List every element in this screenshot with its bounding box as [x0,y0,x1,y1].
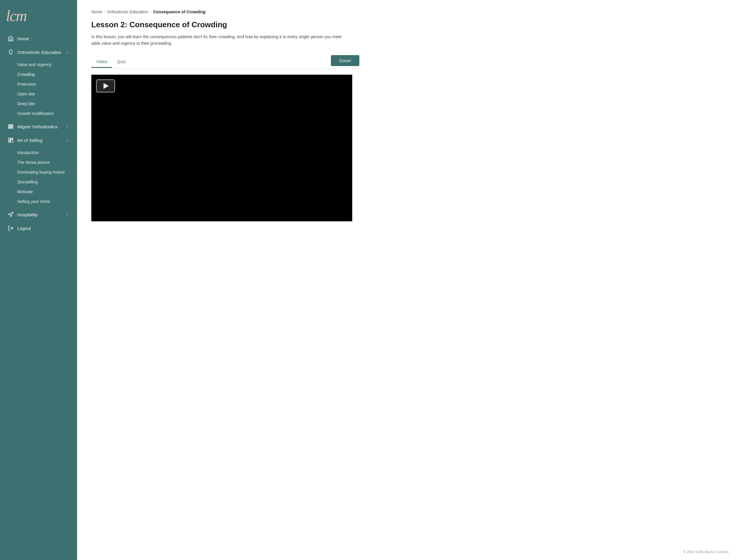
logout-label: Logout [17,226,70,231]
main-content: Home › Orthodontic Education › Consequen… [77,0,743,560]
sidebar-item-protrusion[interactable]: Protrusion [2,80,75,89]
sidebar-item-introduction[interactable]: Introduction [2,148,75,157]
orthodontic-subnav: Value and urgency Crowding Protrusion Op… [0,59,77,120]
sidebar-item-home[interactable]: Home [2,32,75,45]
svg-rect-1 [9,126,13,127]
svg-rect-6 [11,140,13,142]
logout-icon [7,225,14,232]
footer: © 2023 Cafik-Martin Coachin [77,544,743,560]
sidebar-item-growth-modification[interactable]: Growth modification [2,109,75,118]
sidebar-nav: Home Orthodontic Education ⌄ Value and u… [0,30,77,237]
copyright-text: © 2023 Cafik-Martin Coachin [683,550,729,554]
sidebar-item-orthodontic[interactable]: Orthodontic Education ⌄ [2,46,75,59]
svg-rect-5 [11,138,13,139]
breadcrumb-home[interactable]: Home [91,9,102,14]
sidebar-item-deep-bite[interactable]: Deep bite [2,99,75,108]
aligner-chevron-right: › [64,124,70,130]
tabs: Video Quiz [91,56,131,67]
svg-rect-4 [9,141,10,143]
svg-rect-2 [9,127,13,128]
sidebar-item-crowding[interactable]: Crowding [2,69,75,79]
home-icon [7,35,14,42]
aligner-label: Aligner Orthodontics [17,124,64,129]
tab-quiz[interactable]: Quiz [112,56,131,68]
hospitality-icon [7,211,14,218]
breadcrumb-sep-2: › [150,10,151,14]
breadcrumb: Home › Orthodontic Education › Consequen… [91,9,359,14]
aligner-icon [7,123,14,130]
tooth-icon [7,49,14,56]
breadcrumb-sep-1: › [104,10,105,14]
lesson-title: Lesson 2: Consequence of Crowding [91,20,359,29]
sidebar-item-art-of-selling[interactable]: Art of Selling ⌄ [2,134,75,147]
tab-video[interactable]: Video [91,56,112,68]
svg-rect-3 [9,138,10,140]
art-of-selling-label: Art of Selling [17,138,64,143]
selling-icon [7,137,14,144]
selling-chevron-down: ⌄ [64,137,70,143]
lesson-description: In this lesson, you will learn the conse… [91,34,343,47]
art-of-selling-subnav: Introduction The Nivea picture Dominatin… [0,147,77,207]
orthodontic-label: Orthodontic Education [17,50,64,55]
sidebar-item-aligner[interactable]: Aligner Orthodontics › [2,120,75,133]
sidebar-item-logout[interactable]: Logout [2,222,75,235]
content-area: Home › Orthodontic Education › Consequen… [77,0,374,231]
orthodontic-chevron-down: ⌄ [64,49,70,55]
sidebar-item-selling-niche[interactable]: Selling your niche [2,197,75,206]
hospitality-label: Hospitality [17,212,64,217]
sidebar-item-open-bite[interactable]: Open bite [2,89,75,99]
play-button[interactable] [96,80,115,92]
sidebar-item-nivea[interactable]: The Nivea picture [2,158,75,167]
sidebar: lcm Home Orthodontic Education ⌄ [0,0,77,560]
svg-rect-0 [9,125,13,125]
video-player[interactable] [91,75,352,221]
breadcrumb-current: Consequence of Crowding [153,9,206,14]
home-label: Home [17,36,70,41]
hospitality-chevron-right: › [64,212,70,218]
logo: lcm [0,0,77,30]
sidebar-item-dominating[interactable]: Dominating buying motive [2,168,75,177]
sidebar-item-motivate[interactable]: Motivate [2,187,75,196]
done-button[interactable]: Done! [331,55,359,66]
sidebar-item-storytelling[interactable]: Storytelling [2,177,75,187]
sidebar-item-hospitality[interactable]: Hospitality › [2,208,75,221]
sidebar-item-value-urgency[interactable]: Value and urgency [2,60,75,69]
tabs-row: Video Quiz Done! [91,55,359,69]
breadcrumb-section[interactable]: Orthodontic Education [107,9,148,14]
play-triangle-icon [103,83,109,89]
